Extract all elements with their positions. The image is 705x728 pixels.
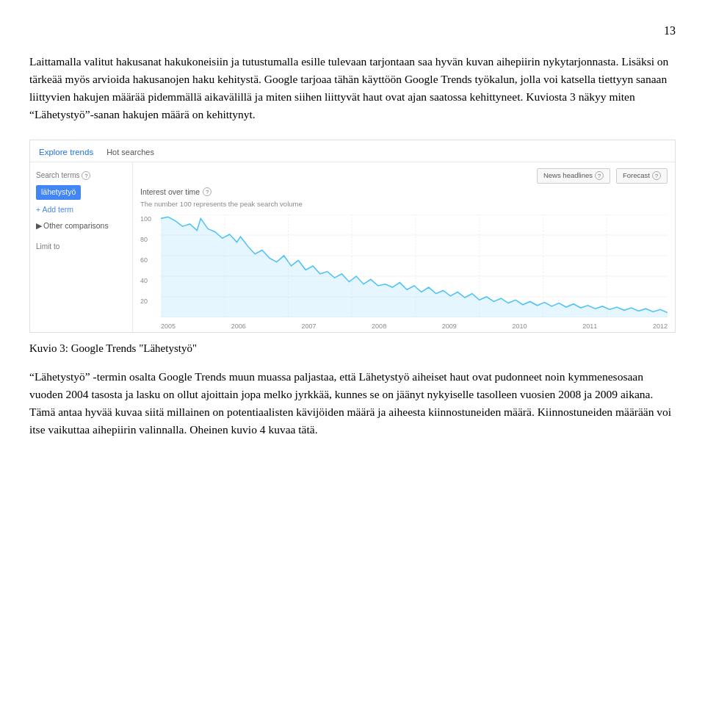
- trends-chart-area: News headlines ? Forecast ? Interest ove…: [133, 162, 675, 331]
- search-terms-section: Search terms ? lähetystyö + Add term ▶ O…: [36, 170, 126, 231]
- other-comparisons-button[interactable]: ▶ Other comparisons: [36, 220, 126, 232]
- chart-container: 100 80 60 40 20: [140, 215, 668, 332]
- search-terms-label: Search terms: [36, 170, 79, 181]
- news-headlines-button[interactable]: News headlines ?: [537, 168, 610, 183]
- x-axis-labels: 2005 2006 2007 2008 2009 2010 2011 2012: [140, 320, 668, 335]
- trends-sidebar: Search terms ? lähetystyö + Add term ▶ O…: [30, 162, 133, 331]
- trends-widget: Explore trends Hot searches Search terms…: [29, 140, 676, 333]
- news-question-icon: ?: [595, 171, 604, 180]
- y-axis-labels: 100 80 60 40 20: [140, 215, 151, 310]
- trends-header: Explore trends Hot searches: [30, 140, 675, 162]
- page-number: 13: [29, 22, 676, 40]
- forecast-question-icon: ?: [652, 171, 661, 180]
- chart-title-label: Interest over time: [140, 187, 200, 198]
- search-terms-question-icon: ?: [82, 171, 90, 180]
- limit-to-section: Limit to: [36, 241, 126, 252]
- hot-searches-label: Hot searches: [106, 146, 154, 159]
- search-tag[interactable]: lähetystyö: [36, 185, 81, 200]
- trends-main: Search terms ? lähetystyö + Add term ▶ O…: [30, 162, 675, 331]
- chevron-right-icon: ▶: [36, 220, 42, 232]
- paragraph-1: Laittamalla valitut hakusanat hakukoneis…: [29, 53, 676, 123]
- explore-trends-button[interactable]: Explore trends: [39, 146, 93, 159]
- forecast-button[interactable]: Forecast ?: [616, 168, 668, 183]
- trend-line-chart: [161, 215, 668, 317]
- add-term-button[interactable]: + Add term: [36, 204, 126, 216]
- paragraph-2: “Lähetystyö” -termin osalta Google Trend…: [29, 368, 676, 439]
- chart-title-question-icon: ?: [203, 187, 212, 196]
- chart-subtitle: The number 100 represents the peak searc…: [140, 199, 668, 209]
- svg-marker-6: [161, 217, 668, 317]
- caption: Kuvio 3: Google Trends "Lähetystyö": [29, 340, 676, 357]
